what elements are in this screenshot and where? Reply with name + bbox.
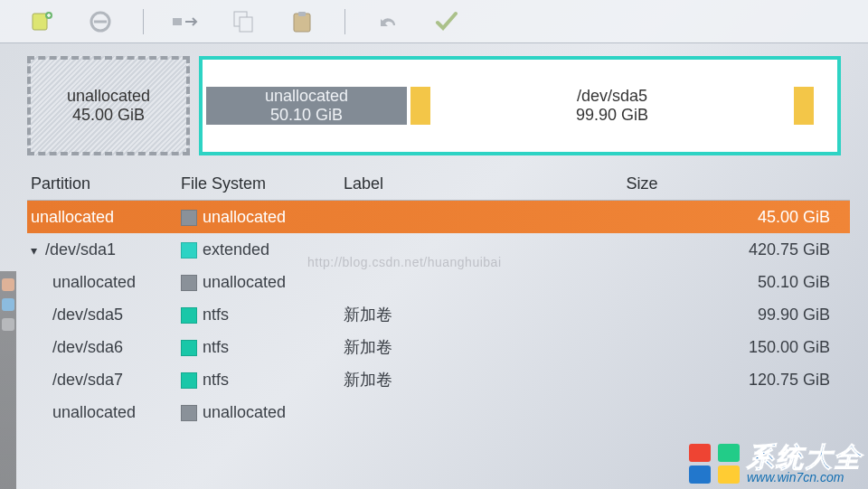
delete-icon[interactable] — [85, 6, 116, 37]
partition-block-sda5[interactable]: /dev/sda5 99.90 GiB — [410, 87, 814, 125]
partition-name: /dev/sda1 — [45, 240, 116, 259]
filesystem-text: ntfs — [203, 338, 229, 356]
toolbar-separator — [344, 9, 345, 34]
partition-name: unallocated — [52, 273, 136, 291]
cell-size: 120.75 GiB — [434, 371, 850, 390]
svg-rect-6 — [240, 17, 252, 32]
copy-icon[interactable] — [229, 6, 259, 37]
toolbar-separator — [143, 9, 144, 34]
cell-partition: unallocated — [27, 208, 181, 227]
logo-text-url: www.win7cn.com — [747, 471, 863, 484]
partition-block-size: 99.90 GiB — [576, 106, 648, 125]
cell-filesystem: unallocated — [181, 273, 344, 292]
table-row[interactable]: /dev/sda6ntfs新加卷150.00 GiB — [27, 331, 850, 363]
new-partition-icon[interactable] — [27, 6, 58, 37]
paste-icon[interactable] — [287, 6, 317, 37]
cell-filesystem: unallocated — [181, 403, 344, 422]
fs-swatch-icon — [181, 210, 197, 226]
cell-size: 99.90 GiB — [434, 306, 850, 324]
filesystem-text: ntfs — [203, 371, 229, 389]
cell-partition: unallocated — [27, 273, 181, 292]
cell-filesystem: ntfs — [181, 306, 344, 324]
filesystem-text: unallocated — [203, 403, 286, 421]
cell-filesystem: ntfs — [181, 371, 344, 390]
partition-block-unallocated[interactable]: unallocated 45.00 GiB — [27, 56, 190, 155]
table-row[interactable]: unallocatedunallocated45.00 GiB — [27, 201, 850, 233]
filesystem-text: ntfs — [203, 306, 229, 324]
partition-block-size: 45.00 GiB — [72, 106, 145, 125]
partition-block-size: 50.10 GiB — [270, 106, 343, 125]
svg-rect-4 — [173, 18, 182, 25]
cell-partition: unallocated — [27, 403, 181, 422]
apply-icon[interactable] — [430, 6, 461, 37]
partition-name: /dev/sda7 — [52, 371, 123, 389]
cell-filesystem: ntfs — [181, 338, 344, 357]
header-partition[interactable]: Partition — [27, 174, 181, 193]
fs-swatch-icon — [181, 372, 197, 389]
partition-name: /dev/sda5 — [52, 306, 123, 324]
partition-name: unallocated — [31, 208, 114, 226]
site-logo: 系统大全 www.win7cn.com — [689, 444, 863, 484]
table-row[interactable]: unallocatedunallocated50.10 GiB — [27, 266, 850, 298]
table-header-row: Partition File System Label Size — [27, 168, 850, 201]
fs-swatch-icon — [181, 405, 197, 421]
cell-size: 50.10 GiB — [434, 273, 850, 292]
toolbar — [0, 0, 868, 43]
fs-swatch-icon — [181, 340, 197, 356]
partition-table: Partition File System Label Size unalloc… — [0, 168, 868, 428]
table-row[interactable]: /dev/sda7ntfs新加卷120.75 GiB — [27, 363, 850, 396]
partition-block-name: unallocated — [265, 87, 348, 106]
table-row[interactable]: /dev/sda5ntfs新加卷99.90 GiB — [27, 298, 850, 331]
launcher-icon — [2, 298, 14, 311]
undo-icon[interactable] — [373, 6, 403, 37]
fs-swatch-icon — [181, 275, 197, 291]
fs-swatch-icon — [181, 307, 197, 324]
fs-swatch-icon — [181, 242, 197, 259]
cell-partition: /dev/sda5 — [27, 306, 181, 324]
filesystem-text: extended — [203, 240, 269, 259]
expander-icon[interactable]: ▾ — [31, 243, 43, 258]
launcher-icon — [2, 278, 14, 291]
table-row[interactable]: unallocatedunallocated — [27, 396, 850, 428]
cell-partition: /dev/sda7 — [27, 371, 181, 390]
partition-block-name: /dev/sda5 — [577, 87, 647, 106]
partition-bar: unallocated 45.00 GiB unallocated 50.10 … — [0, 43, 868, 168]
partition-block-extended[interactable]: unallocated 50.10 GiB /dev/sda5 99.90 Gi… — [199, 56, 841, 155]
cell-label: 新加卷 — [344, 304, 434, 325]
header-size[interactable]: Size — [434, 174, 850, 193]
header-filesystem[interactable]: File System — [181, 174, 344, 193]
partition-block-unallocated-inner[interactable]: unallocated 50.10 GiB — [206, 87, 407, 125]
filesystem-text: unallocated — [203, 208, 286, 226]
logo-text-cn: 系统大全 — [747, 444, 863, 471]
launcher-sliver — [0, 271, 16, 489]
cell-label: 新加卷 — [344, 369, 434, 390]
partition-block-name: unallocated — [67, 87, 150, 106]
svg-rect-8 — [298, 12, 306, 16]
resize-icon[interactable] — [171, 6, 202, 37]
launcher-icon — [2, 318, 14, 331]
cell-partition: ▾/dev/sda1 — [27, 240, 181, 259]
cell-size: 45.00 GiB — [434, 208, 850, 227]
filesystem-text: unallocated — [203, 273, 286, 291]
cell-filesystem: unallocated — [181, 208, 344, 227]
cell-label: 新加卷 — [344, 336, 434, 358]
svg-rect-0 — [33, 14, 47, 30]
watermark-text: http://blog.csdn.net/huanghuibai — [307, 255, 502, 269]
header-label[interactable]: Label — [344, 174, 434, 193]
partition-name: unallocated — [52, 403, 136, 421]
cell-partition: /dev/sda6 — [27, 338, 181, 357]
windows-flag-icon — [689, 444, 740, 484]
cell-size: 150.00 GiB — [434, 338, 850, 357]
partition-name: /dev/sda6 — [52, 338, 123, 356]
